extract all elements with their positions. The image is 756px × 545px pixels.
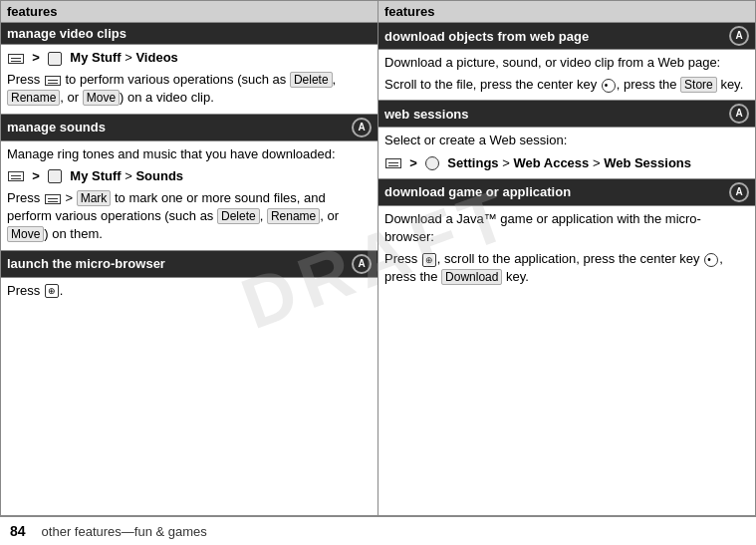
sounds-nav: > My Stuff > Sounds (7, 167, 372, 185)
left-col-header: features (1, 1, 378, 23)
page-number: 84 (10, 523, 26, 539)
download-desc-1: Download a picture, sound, or video clip… (384, 54, 749, 72)
download-objects-body: Download a picture, sound, or video clip… (378, 50, 755, 100)
web-sessions-nav-path: Settings > Web Access > Web Sessions (447, 155, 691, 170)
nav-arrow-3: > (409, 155, 417, 170)
menu-icon-5 (385, 158, 401, 168)
cell-manage-sounds: manage sounds A Manage ring tones and mu… (1, 115, 378, 251)
mark-kbd: Mark (77, 190, 112, 206)
left-column: features manage video clips > My Stuff >… (1, 1, 378, 515)
footer-text: other features—fun & games (42, 524, 207, 539)
move-kbd: Move (83, 90, 120, 106)
accessibility-icon-game: A (729, 182, 749, 202)
web-sessions-title: web sessions A (378, 101, 755, 128)
right-column: features download objects from web page … (378, 1, 755, 515)
nav-arrow-2: > (32, 168, 40, 183)
main-content: DRAFT features manage video clips > My S… (0, 0, 756, 516)
store-kbd: Store (680, 77, 717, 93)
delete-kbd-2: Delete (217, 208, 260, 224)
menu-icon-4 (45, 194, 61, 204)
right-col-header: features (378, 1, 755, 23)
download-objects-title: download objects from web page A (378, 23, 755, 50)
manage-sounds-title: manage sounds A (1, 115, 378, 141)
download-game-desc-1: Download a Java™ game or application wit… (384, 210, 749, 246)
stuff-icon (48, 52, 62, 66)
launch-browser-body: Press ⊕. (1, 278, 378, 306)
page-footer: 84 other features—fun & games (0, 516, 756, 545)
stuff-icon-2 (48, 169, 62, 183)
nav-arrow: > (32, 50, 40, 65)
cell-launch-browser: launch the micro-browser A Press ⊕. (1, 251, 378, 306)
rename-kbd: Rename (7, 90, 60, 106)
cell-manage-video-clips: manage video clips > My Stuff > Videos P… (1, 23, 378, 115)
center-key-2 (704, 253, 718, 267)
delete-kbd: Delete (290, 72, 333, 88)
web-sessions-desc: Select or create a Web session: (384, 132, 749, 149)
menu-icon (8, 54, 24, 64)
accessibility-icon-browser: A (352, 254, 372, 274)
cell-download-game: download game or application A Download … (378, 179, 755, 293)
download-game-label: download game or application (384, 184, 571, 199)
page-wrapper: DRAFT features manage video clips > My S… (0, 0, 756, 545)
menu-icon-2 (45, 76, 61, 86)
download-game-title: download game or application A (378, 179, 755, 206)
sounds-nav-path: My Stuff > Sounds (70, 168, 183, 183)
video-clips-nav: > My Stuff > Videos (7, 49, 372, 67)
sounds-intro: Manage ring tones and music that you hav… (7, 145, 372, 163)
settings-icon (425, 156, 439, 170)
web-sessions-nav: > Settings > Web Access > Web Sessions (384, 154, 749, 172)
download-kbd: Download (441, 269, 502, 285)
launch-browser-title: launch the micro-browser A (1, 251, 378, 278)
cell-download-objects: download objects from web page A Downloa… (378, 23, 755, 101)
launch-browser-label: launch the micro-browser (7, 256, 165, 271)
accessibility-icon-sounds: A (352, 118, 372, 137)
web-sessions-body: Select or create a Web session: > Settin… (378, 128, 755, 177)
download-game-desc-2: Press ⊕, scroll to the application, pres… (384, 250, 749, 286)
nav-path: My Stuff > Videos (70, 50, 178, 65)
browser-key-icon: ⊕ (45, 284, 59, 298)
browser-key-2: ⊕ (422, 253, 436, 267)
manage-video-clips-body: > My Stuff > Videos Press to perform var… (1, 45, 378, 114)
download-objects-label: download objects from web page (384, 29, 589, 44)
move-kbd-2: Move (7, 226, 44, 242)
download-desc-2: Scroll to the file, press the center key… (384, 76, 749, 94)
video-clips-desc: Press to perform various operations (suc… (7, 71, 372, 107)
download-game-body: Download a Java™ game or application wit… (378, 206, 755, 293)
manage-sounds-body: Manage ring tones and music that you hav… (1, 141, 378, 250)
accessibility-icon-web: A (729, 104, 749, 124)
menu-icon-3 (8, 171, 24, 181)
web-sessions-label: web sessions (384, 107, 469, 122)
center-key-icon (602, 79, 616, 93)
sounds-desc: Press > Mark to mark one or more sound f… (7, 189, 372, 244)
manage-video-clips-title: manage video clips (1, 23, 378, 45)
accessibility-icon-download: A (729, 26, 749, 46)
rename-kbd-2: Rename (267, 208, 320, 224)
cell-web-sessions: web sessions A Select or create a Web se… (378, 101, 755, 178)
launch-browser-desc: Press ⊕. (7, 282, 372, 300)
manage-sounds-label: manage sounds (7, 120, 106, 135)
